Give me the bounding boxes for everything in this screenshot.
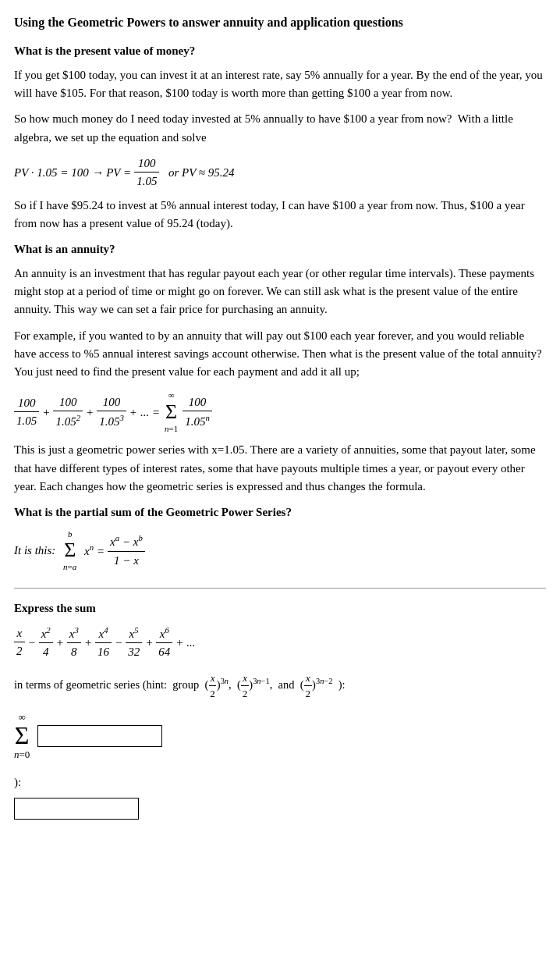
plus-3: + (129, 404, 137, 421)
summation-answer-row: ∞ Σ n=0 (14, 710, 546, 763)
annuity-question-title: What is an annuity? (14, 240, 546, 258)
partial-sum-formula: It is this: b Σ n=a xn = xa − xb 1 − x (14, 528, 546, 574)
expr-term-4: x4 16 (95, 624, 112, 661)
intro-paragraph-2: So how much money do I need today invest… (14, 110, 546, 147)
expr-minus-2: − (115, 634, 122, 652)
expr-plus-3: + (145, 634, 153, 652)
hint-group-1: ( x 2 )3n, (204, 678, 234, 691)
summation-input[interactable] (37, 725, 162, 747)
annuity-paragraph-1: An annuity is an investment that has reg… (14, 265, 546, 319)
plus-1: + (42, 404, 50, 421)
intro-paragraph-1: If you get $100 today, you can invest it… (14, 66, 546, 103)
express-section: Express the sum x 2 − x2 4 + x3 8 + x4 1… (14, 599, 546, 820)
geometric-note: This is just a geometric power series wi… (14, 441, 546, 496)
hint-end: ): (335, 678, 345, 691)
partial-sum-xn: xn = (81, 541, 105, 560)
pv-fraction: 100 1.05 (134, 155, 159, 190)
annuity-paragraph-2: For example, if you wanted to by an annu… (14, 327, 546, 382)
hint-and: and (278, 678, 298, 691)
annuity-general-term: 100 1.05n (183, 393, 212, 431)
annuity-series: 100 1.05 + 100 1.052 + 100 1.053 + ... =… (14, 389, 546, 435)
sigma-symbol-big: Σ (15, 724, 30, 747)
pv-approx: or PV ≈ 95.24 (162, 164, 234, 182)
partial-sum-fraction: xa − xb 1 − x (108, 532, 145, 569)
annuity-term-1: 100 1.05 (14, 394, 39, 430)
hint-group-2: ( x 2 )3n−1, (234, 678, 278, 691)
ellipsis-1: ... = (140, 404, 160, 421)
expr-plus-1: + (56, 634, 64, 652)
pv-lhs: PV · 1.05 = 100 → PV = (14, 164, 131, 182)
big-sigma-answer: ∞ Σ n=0 (14, 710, 30, 763)
partial-sum-label: It is this: (14, 542, 58, 560)
expr-plus-2: + (84, 634, 92, 652)
partial-sum-title: What is the partial sum of the Geometric… (14, 503, 546, 521)
hint-group-3: ( x 2 )3n−2 (300, 678, 335, 691)
expr-term-1: x 2 (14, 624, 25, 660)
express-title: Express the sum (14, 599, 546, 617)
hint-prefix: in terms of geometric series (hint: grou… (14, 678, 202, 691)
intro-paragraph-3: So if I have $95.24 to invest at 5% annu… (14, 197, 546, 233)
sigma-partial: b Σ n=a (63, 528, 76, 574)
expr-term-6: x6 64 (156, 624, 172, 661)
main-title: Using the Geometric Powers to answer ann… (14, 14, 546, 31)
rational-section: ): (14, 774, 546, 820)
sigma-sub-n0: n=0 (14, 747, 30, 763)
section-divider (14, 588, 546, 589)
rational-input[interactable] (14, 798, 139, 820)
hint-line: in terms of geometric series (hint: grou… (14, 670, 546, 702)
rational-label: ): (14, 774, 546, 791)
annuity-term-2: 100 1.052 (53, 393, 83, 431)
pv-question-title: What is the present value of money? (14, 42, 546, 60)
expr-term-3: x3 8 (67, 624, 81, 661)
expr-ellipsis: + ... (175, 634, 195, 652)
expr-term-5: x5 32 (126, 624, 142, 661)
expr-term-2: x2 4 (39, 624, 53, 661)
sigma-annuity: ∞ Σ n=1 (165, 389, 178, 435)
expr-minus-1: − (28, 634, 36, 652)
pv-equation: PV · 1.05 = 100 → PV = 100 1.05 or PV ≈ … (14, 155, 546, 190)
series-expression: x 2 − x2 4 + x3 8 + x4 16 − x5 32 + x6 6… (14, 624, 546, 661)
plus-2: + (86, 404, 94, 421)
annuity-term-3: 100 1.053 (97, 393, 126, 431)
